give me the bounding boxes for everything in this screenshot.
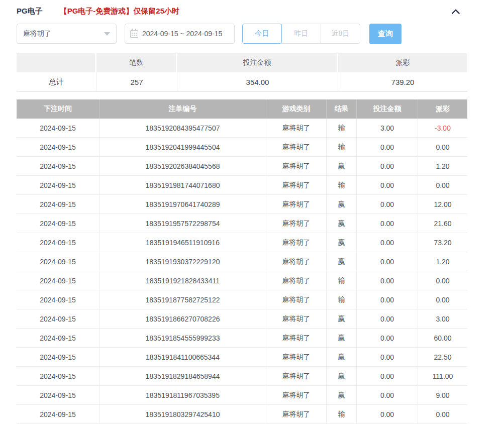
panel-header: PG电子 【PG电子-免费游戏】仅保留25小时 <box>17 0 467 17</box>
cell-game-type: 麻将胡了 <box>266 348 327 367</box>
summary-col-payout: 派彩 <box>338 53 467 72</box>
cell-order-id: 1835191811967035395 <box>99 386 266 405</box>
cell-order-id: 1835191866270708226 <box>99 309 266 329</box>
cell-payout: 0.00 <box>418 405 467 424</box>
table-row: 2024-09-151835191877582725122麻将胡了输0.000.… <box>17 290 467 309</box>
cell-result: 赢 <box>327 195 357 214</box>
calendar-icon <box>130 30 138 38</box>
quick-range-today[interactable]: 今日 <box>242 24 282 44</box>
cell-result: 输 <box>327 138 357 157</box>
cell-order-id: 1835191921828433411 <box>99 271 266 290</box>
cell-bet-amount: 0.00 <box>357 290 418 309</box>
cell-order-id: 1835191841100665344 <box>99 348 266 367</box>
cell-bet-amount: 0.00 <box>357 252 418 271</box>
pg-records-panel: PG电子 【PG电子-免费游戏】仅保留25小时 麻将胡了 2024-09-15 … <box>0 0 504 424</box>
cell-game-type: 麻将胡了 <box>266 290 327 309</box>
cell-game-type: 麻将胡了 <box>266 386 327 405</box>
game-type-select[interactable]: 麻将胡了 <box>17 24 117 44</box>
cell-bet-time: 2024-09-15 <box>17 214 99 233</box>
cell-bet-amount: 0.00 <box>357 329 418 348</box>
cell-payout: 0.00 <box>418 176 467 195</box>
quick-range-group: 今日 昨日 近8日 <box>242 24 360 44</box>
cell-result: 输 <box>327 176 357 195</box>
table-row: 2024-09-151835191930372229120麻将胡了赢0.001.… <box>17 252 467 271</box>
records-col-order-id: 注单编号 <box>99 99 266 119</box>
records-col-payout: 派彩 <box>418 99 467 119</box>
cell-game-type: 麻将胡了 <box>266 138 327 157</box>
cell-bet-time: 2024-09-15 <box>17 252 99 271</box>
cell-result: 赢 <box>327 252 357 271</box>
cell-result: 输 <box>327 119 357 138</box>
collapse-button[interactable] <box>450 6 461 17</box>
cell-bet-time: 2024-09-15 <box>17 176 99 195</box>
table-row: 2024-09-151835191946511910916麻将胡了赢0.0073… <box>17 233 467 252</box>
quick-range-last8days[interactable]: 近8日 <box>321 24 360 44</box>
cell-bet-time: 2024-09-15 <box>17 138 99 157</box>
cell-bet-time: 2024-09-15 <box>17 157 99 176</box>
cell-order-id: 1835191930372229120 <box>99 252 266 271</box>
cell-bet-time: 2024-09-15 <box>17 119 99 138</box>
cell-order-id: 1835191981744071680 <box>99 176 266 195</box>
cell-game-type: 麻将胡了 <box>266 252 327 271</box>
cell-order-id: 1835191829184658944 <box>99 367 266 386</box>
cell-bet-amount: 0.00 <box>357 271 418 290</box>
cell-payout: 1.20 <box>418 157 467 176</box>
cell-result: 输 <box>327 290 357 309</box>
summary-header-row: 笔数 投注金额 派彩 <box>17 53 467 72</box>
cell-bet-amount: 0.00 <box>357 157 418 176</box>
cell-payout: 0.00 <box>418 271 467 290</box>
cell-bet-amount: 0.00 <box>357 386 418 405</box>
records-table: 下注时间注单编号游戏类别结果投注金额派彩 2024-09-15183519208… <box>17 99 467 424</box>
cell-payout: 111.00 <box>418 367 467 386</box>
table-row: 2024-09-151835191841100665344麻将胡了赢0.0022… <box>17 348 467 367</box>
summary-col-blank <box>17 53 96 72</box>
records-col-game-type: 游戏类别 <box>266 99 327 119</box>
cell-bet-amount: 0.00 <box>357 348 418 367</box>
game-type-select-value: 麻将胡了 <box>23 29 51 38</box>
summary-total-bet-amount: 354.00 <box>177 72 338 92</box>
cell-payout: 21.60 <box>418 214 467 233</box>
cell-bet-time: 2024-09-15 <box>17 386 99 405</box>
cell-payout: 3.00 <box>418 309 467 329</box>
table-row: 2024-09-151835192084395477507麻将胡了输3.00-3… <box>17 119 467 138</box>
cell-result: 赢 <box>327 348 357 367</box>
records-col-result: 结果 <box>327 99 357 119</box>
table-row: 2024-09-151835191803297425410麻将胡了输0.000.… <box>17 405 467 424</box>
cell-order-id: 1835191854555999233 <box>99 329 266 348</box>
cell-result: 输 <box>327 271 357 290</box>
cell-bet-amount: 0.00 <box>357 233 418 252</box>
search-button[interactable]: 查询 <box>369 24 401 44</box>
cell-payout: 12.00 <box>418 195 467 214</box>
table-row: 2024-09-151835191866270708226麻将胡了赢0.003.… <box>17 309 467 329</box>
cell-game-type: 麻将胡了 <box>266 233 327 252</box>
table-row: 2024-09-151835191957572298754麻将胡了赢0.0021… <box>17 214 467 233</box>
cell-bet-time: 2024-09-15 <box>17 329 99 348</box>
summary-total-label: 总计 <box>17 72 96 92</box>
panel-notice: 【PG电子-免费游戏】仅保留25小时 <box>60 7 179 16</box>
quick-range-yesterday[interactable]: 昨日 <box>281 24 321 44</box>
cell-order-id: 1835191957572298754 <box>99 214 266 233</box>
cell-bet-amount: 0.00 <box>357 214 418 233</box>
date-range-input[interactable]: 2024-09-15 ~ 2024-09-15 <box>125 24 235 44</box>
records-col-bet-amount: 投注金额 <box>357 99 418 119</box>
cell-bet-amount: 0.00 <box>357 176 418 195</box>
cell-game-type: 麻将胡了 <box>266 195 327 214</box>
cell-game-type: 麻将胡了 <box>266 157 327 176</box>
date-range-value: 2024-09-15 ~ 2024-09-15 <box>142 30 222 38</box>
cell-order-id: 1835191946511910916 <box>99 233 266 252</box>
table-row: 2024-09-151835191811967035395麻将胡了赢0.009.… <box>17 386 467 405</box>
table-row: 2024-09-151835191829184658944麻将胡了赢0.0011… <box>17 367 467 386</box>
cell-result: 输 <box>327 405 357 424</box>
cell-bet-time: 2024-09-15 <box>17 290 99 309</box>
cell-bet-time: 2024-09-15 <box>17 195 99 214</box>
cell-result: 赢 <box>327 214 357 233</box>
cell-payout: 0.00 <box>418 138 467 157</box>
cell-bet-time: 2024-09-15 <box>17 233 99 252</box>
cell-payout: 60.00 <box>418 329 467 348</box>
summary-col-count: 笔数 <box>96 53 177 72</box>
table-row: 2024-09-151835191981744071680麻将胡了输0.000.… <box>17 176 467 195</box>
cell-game-type: 麻将胡了 <box>266 119 327 138</box>
cell-bet-amount: 0.00 <box>357 138 418 157</box>
cell-payout: 0.00 <box>418 290 467 309</box>
table-row: 2024-09-151835192026384045568麻将胡了赢0.001.… <box>17 157 467 176</box>
